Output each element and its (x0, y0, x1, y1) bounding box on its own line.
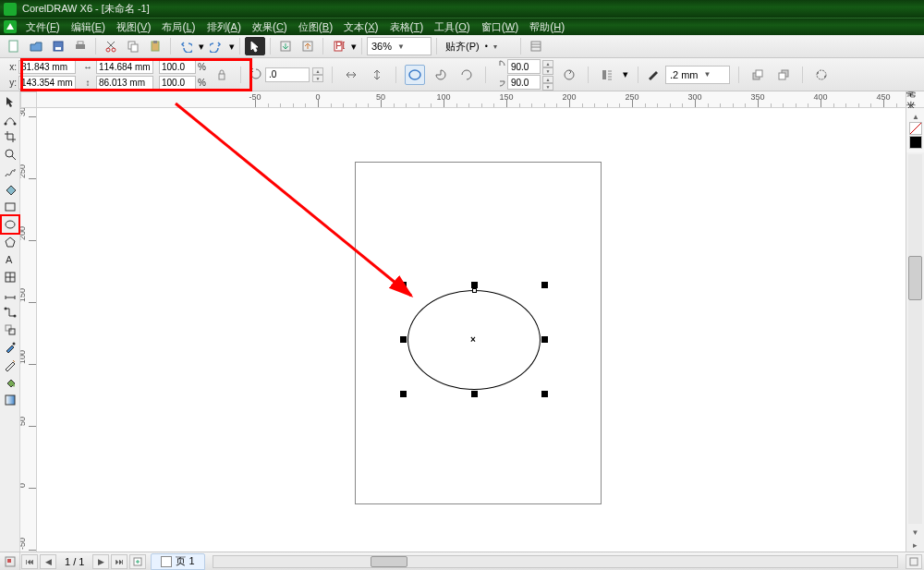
selection-handle-n[interactable] (471, 282, 478, 288)
width-input[interactable] (96, 60, 153, 74)
print-button[interactable] (70, 37, 91, 55)
export-button[interactable] (298, 37, 318, 55)
open-button[interactable] (26, 37, 46, 55)
undo-button[interactable] (176, 37, 196, 55)
smart-fill-tool[interactable] (2, 181, 18, 198)
vertical-ruler[interactable]: 300250200150100500-50-100 (20, 108, 37, 552)
redo-dropdown[interactable]: ▾ (228, 37, 235, 55)
mirror-horizontal-button[interactable] (341, 65, 361, 85)
menu-file[interactable]: 文件(F) (20, 18, 66, 36)
selection-handle-s[interactable] (471, 391, 478, 397)
text-tool[interactable]: A (2, 251, 18, 268)
horizontal-scrollbar[interactable] (213, 555, 898, 568)
shape-tool[interactable] (2, 111, 18, 127)
zoom-tool[interactable] (2, 146, 18, 163)
lock-ratio-button[interactable] (212, 65, 232, 85)
paste-button[interactable] (145, 37, 165, 55)
vertical-scrollbar[interactable] (908, 154, 922, 524)
selection-handle-se[interactable] (541, 391, 548, 397)
vertical-scroll-thumb[interactable] (908, 256, 922, 300)
options-button[interactable] (526, 37, 546, 55)
selection-handle-e[interactable] (541, 336, 548, 343)
rotation-input[interactable]: .0 (265, 67, 310, 82)
interactive-effects-tool[interactable] (2, 321, 18, 338)
undo-dropdown[interactable]: ▾ (198, 37, 204, 55)
page-first-button[interactable]: ⏮ (21, 554, 38, 569)
menu-view[interactable]: 视图(V) (111, 18, 156, 36)
add-page-button[interactable] (129, 554, 146, 569)
page-last-button[interactable]: ⏭ (111, 554, 128, 569)
ellipse-mode-button[interactable] (405, 65, 425, 85)
menu-window[interactable]: 窗口(W) (476, 18, 524, 36)
menu-help[interactable]: 帮助(H) (524, 18, 570, 36)
rotation-spinner[interactable]: ▲▼ (312, 67, 323, 81)
copy-button[interactable] (123, 37, 143, 55)
palette-flyout[interactable]: ▸ (906, 539, 924, 552)
redo-button[interactable] (206, 37, 226, 55)
swap-angles-button[interactable] (559, 65, 579, 85)
menu-text[interactable]: 文本(X) (338, 18, 383, 36)
menu-effects[interactable]: 效果(C) (247, 18, 293, 36)
import-button[interactable] (275, 37, 296, 55)
to-back-button[interactable] (773, 65, 794, 85)
page-tab-1[interactable]: 页 1 (151, 553, 204, 570)
horizontal-scroll-thumb[interactable] (371, 556, 407, 567)
dimension-tool[interactable] (2, 286, 18, 303)
table-tool[interactable] (2, 269, 18, 285)
pick-tool-toolbar[interactable] (245, 37, 265, 55)
palette-scroll-up[interactable]: ▲ (909, 112, 922, 121)
selection-handle-nw[interactable] (400, 282, 407, 288)
end-angle-input[interactable]: 90.0 (507, 75, 541, 90)
no-fill-swatch[interactable] (909, 122, 922, 135)
end-angle-spinner[interactable]: ▲▼ (542, 76, 553, 90)
navigator-icon[interactable] (0, 552, 20, 570)
crop-tool[interactable] (2, 128, 18, 145)
cut-button[interactable] (101, 37, 121, 55)
polygon-tool[interactable] (2, 234, 18, 250)
rectangle-tool[interactable] (2, 199, 18, 215)
outline-width-combo[interactable]: .2 mm ▼ (665, 66, 730, 84)
snap-combo[interactable]: 贴齐(P) • ▾ (442, 37, 516, 55)
page-prev-button[interactable]: ◀ (40, 554, 56, 569)
height-input[interactable] (96, 76, 153, 90)
publish-pdf-button[interactable]: PDF (328, 37, 348, 55)
convert-to-curves-button[interactable] (811, 65, 832, 85)
arc-mode-button[interactable] (456, 65, 477, 85)
outline-tool[interactable] (2, 357, 18, 373)
horizontal-ruler[interactable]: -50050100150200250300350400450 (37, 91, 906, 108)
wrap-text-button[interactable] (597, 65, 617, 85)
ellipse-tool[interactable] (0, 214, 20, 235)
zoom-combo[interactable]: 36% ▼ (367, 37, 432, 55)
menu-bitmap[interactable]: 位图(B) (293, 18, 338, 36)
to-front-button[interactable] (748, 65, 768, 85)
navigator-popup-button[interactable] (906, 554, 922, 569)
selection-handle-sw[interactable] (400, 391, 407, 397)
start-angle-spinner[interactable]: ▲▼ (542, 60, 553, 74)
y-position-input[interactable] (18, 76, 76, 90)
menu-edit[interactable]: 编辑(E) (66, 18, 111, 36)
ellipse-node-marker[interactable] (472, 288, 477, 293)
fill-tool[interactable] (2, 374, 18, 391)
wrap-text-dropdown[interactable]: ▾ (623, 66, 629, 84)
scale-x-input[interactable] (159, 60, 196, 74)
pick-tool[interactable] (2, 93, 18, 110)
selection-handle-w[interactable] (400, 336, 407, 343)
menu-table[interactable]: 表格(T) (384, 18, 430, 36)
start-angle-input[interactable]: 90.0 (507, 59, 541, 74)
x-position-input[interactable] (18, 60, 76, 74)
interactive-fill-tool[interactable] (2, 392, 18, 408)
color-swatch-black[interactable] (909, 136, 922, 149)
publish-pdf-dropdown[interactable]: ▾ (350, 37, 357, 55)
new-button[interactable] (4, 37, 24, 55)
ruler-origin[interactable] (20, 91, 37, 108)
palette-scroll-down[interactable]: ▼ (906, 526, 924, 539)
freehand-tool[interactable] (2, 164, 18, 180)
pie-mode-button[interactable] (431, 65, 451, 85)
save-button[interactable] (48, 37, 68, 55)
menu-layout[interactable]: 布局(L) (156, 18, 201, 36)
page-next-button[interactable]: ▶ (92, 554, 109, 569)
menu-arrange[interactable]: 排列(A) (201, 18, 247, 36)
menu-tools[interactable]: 工具(O) (429, 18, 476, 36)
scale-y-input[interactable] (159, 76, 196, 90)
drawing-canvas[interactable]: × (37, 108, 906, 552)
